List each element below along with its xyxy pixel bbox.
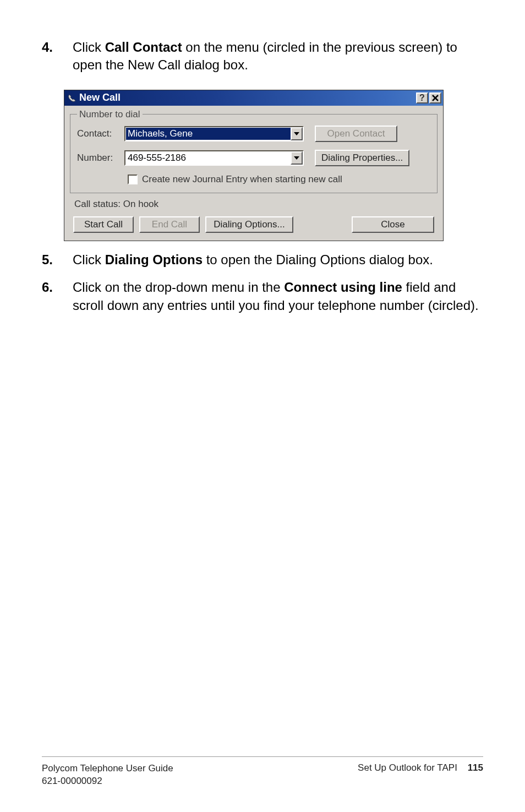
number-value: 469-555-2186 [125, 152, 291, 164]
footer-page-number: 115 [468, 762, 483, 773]
bold-text: Call Contact [105, 40, 182, 55]
call-status-text: Call status: On hook [74, 199, 438, 210]
step-number: 6. [42, 279, 73, 314]
step-body: Click Dialing Options to open the Dialin… [73, 251, 483, 269]
step-4: 4. Click Call Contact on the menu (circl… [42, 39, 483, 74]
page-footer: Polycom Telephone User Guide 621-0000009… [42, 756, 483, 788]
new-call-dialog: New Call ? Number to dial Contact: Micha… [64, 90, 444, 241]
phone-icon [67, 93, 77, 103]
contact-value: Michaels, Gene [126, 128, 291, 140]
text: Click [73, 252, 105, 267]
contact-combobox[interactable]: Michaels, Gene [124, 126, 304, 141]
footer-guide-title: Polycom Telephone User Guide [42, 762, 358, 775]
start-call-button[interactable]: Start Call [73, 216, 134, 233]
step-body: Click Call Contact on the menu (circled … [73, 39, 483, 74]
text: Click [73, 40, 105, 55]
footer-doc-number: 621-00000092 [42, 775, 358, 788]
new-call-dialog-figure: New Call ? Number to dial Contact: Micha… [64, 90, 483, 241]
open-contact-button[interactable]: Open Contact [315, 126, 397, 142]
bold-text: Dialing Options [105, 252, 203, 267]
dialog-title: New Call [79, 92, 416, 103]
step-number: 5. [42, 251, 73, 269]
close-x-button[interactable] [429, 92, 441, 103]
number-to-dial-group: Number to dial Contact: Michaels, Gene O… [70, 109, 438, 193]
help-button[interactable]: ? [416, 92, 428, 103]
step-5: 5. Click Dialing Options to open the Dia… [42, 251, 483, 269]
chevron-down-icon[interactable] [291, 151, 303, 165]
dialing-properties-button[interactable]: Dialing Properties... [315, 150, 409, 166]
bold-text: Connect using line [284, 280, 402, 295]
number-label: Number: [77, 152, 124, 164]
close-button[interactable]: Close [352, 216, 434, 233]
dialing-options-button[interactable]: Dialing Options... [205, 216, 293, 233]
title-bar: New Call ? [64, 90, 443, 106]
contact-label: Contact: [77, 128, 124, 139]
journal-entry-label: Create new Journal Entry when starting n… [142, 174, 342, 185]
group-legend: Number to dial [77, 109, 143, 120]
footer-section-title: Set Up Outlook for TAPI [358, 762, 457, 773]
step-body: Click on the drop-down menu in the Conne… [73, 279, 483, 314]
step-6: 6. Click on the drop-down menu in the Co… [42, 279, 483, 314]
number-combobox[interactable]: 469-555-2186 [124, 150, 304, 166]
chevron-down-icon[interactable] [291, 127, 303, 140]
step-number: 4. [42, 39, 73, 74]
journal-entry-checkbox[interactable] [128, 175, 138, 184]
text: to open the Dialing Options dialog box. [203, 252, 433, 267]
end-call-button[interactable]: End Call [139, 216, 200, 233]
text: Click on the drop-down menu in the [73, 280, 284, 295]
